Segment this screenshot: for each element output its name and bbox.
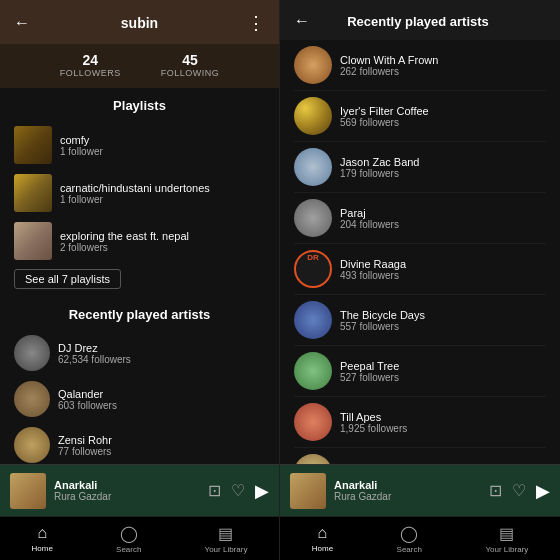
artist-avatar: DR (294, 250, 332, 288)
cast-icon[interactable]: ⊡ (208, 481, 221, 500)
artist-info: Divine Raaga 493 followers (340, 258, 546, 281)
playlist-name: exploring the east ft. nepal (60, 230, 265, 242)
search-icon: ◯ (120, 524, 138, 543)
artist-followers: 204 followers (340, 219, 546, 230)
list-item[interactable]: Zensi Rohr 77 followers (14, 422, 265, 464)
playlist-followers: 2 followers (60, 242, 265, 253)
now-playing-info: Anarkali Rura Gazdar (334, 479, 481, 502)
artist-followers: 1,925 followers (340, 423, 546, 434)
artist-avatar (294, 46, 332, 84)
now-playing-thumbnail (10, 473, 46, 509)
artist-avatar (14, 427, 50, 463)
playlist-info: exploring the east ft. nepal 2 followers (60, 230, 265, 253)
artist-info: Jason Zac Band 179 followers (340, 156, 546, 179)
artist-name: Iyer's Filter Coffee (340, 105, 546, 117)
artist-followers: 179 followers (340, 168, 546, 179)
list-item[interactable]: exploring the east ft. nepal 2 followers (14, 217, 265, 265)
divine-logo-text: DR (296, 252, 330, 264)
list-item[interactable]: comfy 1 follower (14, 121, 265, 169)
list-item[interactable]: Clown With A Frown 262 followers (294, 40, 546, 91)
now-playing-title: Anarkali (54, 479, 200, 491)
artist-followers: 569 followers (340, 117, 546, 128)
nav-home[interactable]: ⌂ Home (32, 524, 53, 553)
cast-icon[interactable]: ⊡ (489, 481, 502, 500)
playlist-info: carnatic/hindustani undertones 1 followe… (60, 182, 265, 205)
playlist-thumbnail (14, 222, 52, 260)
following-stat[interactable]: 45 FOLLOWING (161, 52, 220, 78)
playlist-name: comfy (60, 134, 265, 146)
see-all-playlists-link[interactable]: See all 7 playlists (14, 269, 121, 289)
nav-search[interactable]: ◯ Search (116, 524, 141, 554)
nav-home[interactable]: ⌂ Home (312, 524, 333, 553)
artist-avatar (14, 381, 50, 417)
artist-followers: 603 followers (58, 400, 265, 411)
heart-icon[interactable]: ♡ (512, 481, 526, 500)
library-label: Your Library (485, 545, 528, 554)
artist-info: Till Apes 1,925 followers (340, 411, 546, 434)
right-bottom-nav: ⌂ Home ◯ Search ▤ Your Library (280, 516, 560, 560)
back-button[interactable]: ← (14, 14, 30, 32)
list-item[interactable]: Chandbibi and the Waste Candidates 266 f… (294, 448, 546, 464)
artist-name: Zensi Rohr (58, 434, 265, 446)
list-item[interactable]: carnatic/hindustani undertones 1 followe… (14, 169, 265, 217)
followers-stat[interactable]: 24 FOLLOWERS (60, 52, 121, 78)
artist-name: Divine Raaga (340, 258, 546, 270)
playlist-thumbnail (14, 174, 52, 212)
library-icon: ▤ (499, 524, 514, 543)
library-label: Your Library (205, 545, 248, 554)
artists-section-title: Recently played artists (14, 307, 265, 322)
list-item[interactable]: DR Divine Raaga 493 followers (294, 244, 546, 295)
artist-followers: 262 followers (340, 66, 546, 77)
heart-icon[interactable]: ♡ (231, 481, 245, 500)
artist-name: Paraj (340, 207, 546, 219)
search-label: Search (397, 545, 422, 554)
artist-followers: 77 followers (58, 446, 265, 457)
nav-library[interactable]: ▤ Your Library (485, 524, 528, 554)
nav-search[interactable]: ◯ Search (397, 524, 422, 554)
artist-name: Clown With A Frown (340, 54, 546, 66)
list-item[interactable]: Jason Zac Band 179 followers (294, 142, 546, 193)
more-button[interactable]: ⋮ (247, 12, 265, 34)
right-content: Clown With A Frown 262 followers Iyer's … (280, 40, 560, 464)
artist-info: Peepal Tree 527 followers (340, 360, 546, 383)
artist-name: The Bicycle Days (340, 309, 546, 321)
list-item[interactable]: Till Apes 1,925 followers (294, 397, 546, 448)
list-item[interactable]: Iyer's Filter Coffee 569 followers (294, 91, 546, 142)
artist-followers: 493 followers (340, 270, 546, 281)
play-button[interactable]: ▶ (536, 480, 550, 502)
list-item[interactable]: Qalander 603 followers (14, 376, 265, 422)
artist-info: The Bicycle Days 557 followers (340, 309, 546, 332)
artist-info: Clown With A Frown 262 followers (340, 54, 546, 77)
list-item[interactable]: Peepal Tree 527 followers (294, 346, 546, 397)
artist-followers: 557 followers (340, 321, 546, 332)
bottom-nav: ⌂ Home ◯ Search ▤ Your Library (0, 516, 279, 560)
left-panel: ← subin ⋮ 24 FOLLOWERS 45 FOLLOWING Play… (0, 0, 280, 560)
now-playing-thumbnail (290, 473, 326, 509)
search-icon: ◯ (400, 524, 418, 543)
playlist-info: comfy 1 follower (60, 134, 265, 157)
artist-avatar (294, 97, 332, 135)
artist-name: Jason Zac Band (340, 156, 546, 168)
library-icon: ▤ (218, 524, 233, 543)
play-button[interactable]: ▶ (255, 480, 269, 502)
home-label: Home (312, 544, 333, 553)
nav-library[interactable]: ▤ Your Library (205, 524, 248, 554)
list-item[interactable]: Paraj 204 followers (294, 193, 546, 244)
followers-label: FOLLOWERS (60, 68, 121, 78)
artist-avatar (294, 454, 332, 464)
search-label: Search (116, 545, 141, 554)
artist-name: Peepal Tree (340, 360, 546, 372)
list-item[interactable]: The Bicycle Days 557 followers (294, 295, 546, 346)
right-back-button[interactable]: ← (294, 12, 310, 30)
home-label: Home (32, 544, 53, 553)
stats-row: 24 FOLLOWERS 45 FOLLOWING (0, 44, 279, 88)
right-now-playing-bar: Anarkali Rura Gazdar ⊡ ♡ ▶ (280, 464, 560, 516)
left-header: ← subin ⋮ (0, 0, 279, 44)
artist-avatar (294, 148, 332, 186)
list-item[interactable]: DJ Drez 62,534 followers (14, 330, 265, 376)
now-playing-artist: Rura Gazdar (54, 491, 200, 502)
artist-avatar (294, 301, 332, 339)
now-playing-controls: ⊡ ♡ ▶ (208, 480, 269, 502)
home-icon: ⌂ (318, 524, 328, 542)
artist-avatar (294, 403, 332, 441)
